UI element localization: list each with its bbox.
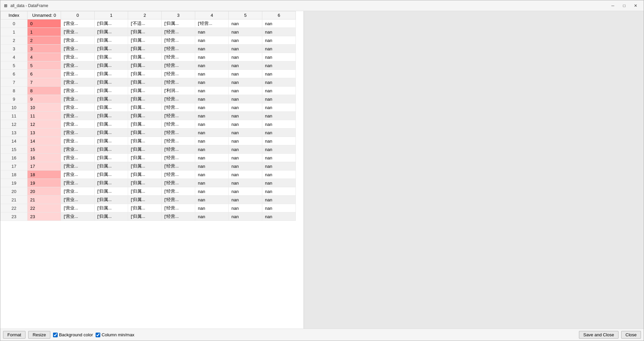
close-window-button[interactable]: ✕	[630, 1, 641, 10]
data-cell-2: ['归属...	[128, 36, 162, 45]
data-cell-5: nan	[229, 61, 262, 70]
col-header-4[interactable]: 4	[195, 11, 229, 19]
data-cell-3: ['经营...	[162, 61, 195, 70]
data-cell-5: nan	[229, 36, 262, 45]
data-cell-3: ['经营...	[162, 162, 195, 170]
maximize-button[interactable]: □	[619, 1, 630, 10]
data-cell-0: ['营业...	[61, 36, 95, 45]
data-cell-2: ['归属...	[128, 28, 162, 36]
table-row: 1313['营业...['归属...['归属...['经营...nannanna…	[1, 129, 296, 137]
index-cell: 11	[1, 112, 28, 120]
data-cell-4: nan	[195, 78, 229, 87]
table-row: 2121['营业...['归属...['归属...['经营...nannanna…	[1, 196, 296, 204]
table-row: 1818['营业...['归属...['归属...['经营...nannanna…	[1, 170, 296, 179]
unnamed-cell: 1	[28, 28, 61, 36]
data-cell-0: ['营业...	[61, 78, 95, 87]
data-cell-6: nan	[262, 129, 296, 137]
data-cell-0: ['营业...	[61, 154, 95, 162]
data-cell-1: ['归属...	[95, 154, 128, 162]
data-cell-0: ['营业...	[61, 120, 95, 129]
data-cell-2: ['归属...	[128, 170, 162, 179]
data-cell-5: nan	[229, 112, 262, 120]
unnamed-cell: 7	[28, 78, 61, 87]
table-row: 11['营业...['归属...['归属...['经营...nannannan	[1, 28, 296, 36]
bg-color-label[interactable]: Background color	[53, 332, 93, 337]
unnamed-cell: 3	[28, 45, 61, 53]
index-cell: 2	[1, 36, 28, 45]
table-row: 77['营业...['归属...['归属...['经营...nannannan	[1, 78, 296, 87]
table-panel: Index Unnamed: 0 0 1 2 3 4 5 6 00['营业...…	[0, 11, 304, 329]
table-row: 1010['营业...['归属...['归属...['经营...nannanna…	[1, 103, 296, 112]
format-button[interactable]: Format	[3, 331, 25, 339]
col-minmax-checkbox[interactable]	[96, 333, 100, 337]
table-row: 1616['营业...['归属...['归属...['经营...nannanna…	[1, 154, 296, 162]
data-cell-3: ['经营...	[162, 154, 195, 162]
data-cell-5: nan	[229, 70, 262, 78]
data-cell-1: ['归属...	[95, 95, 128, 103]
data-cell-0: ['营业...	[61, 61, 95, 70]
unnamed-cell: 15	[28, 145, 61, 154]
bg-color-checkbox[interactable]	[53, 333, 58, 337]
data-cell-2: ['归属...	[128, 112, 162, 120]
main-area: Index Unnamed: 0 0 1 2 3 4 5 6 00['营业...…	[0, 11, 644, 329]
table-row: 1414['营业...['归属...['归属...['经营...nannanna…	[1, 137, 296, 145]
data-cell-1: ['归属...	[95, 204, 128, 212]
footer: Format Resize Background color Column mi…	[0, 329, 644, 341]
unnamed-cell: 2	[28, 36, 61, 45]
col-minmax-label[interactable]: Column min/max	[96, 332, 135, 337]
index-cell: 10	[1, 103, 28, 112]
data-cell-0: ['营业...	[61, 19, 95, 28]
data-cell-5: nan	[229, 120, 262, 129]
unnamed-cell: 10	[28, 103, 61, 112]
data-cell-1: ['归属...	[95, 145, 128, 154]
save-close-button[interactable]: Save and Close	[579, 331, 619, 339]
data-cell-1: ['归属...	[95, 196, 128, 204]
table-scroll[interactable]: Index Unnamed: 0 0 1 2 3 4 5 6 00['营业...…	[0, 11, 304, 329]
data-cell-0: ['营业...	[61, 204, 95, 212]
col-header-3[interactable]: 3	[162, 11, 195, 19]
data-cell-3: ['经营...	[162, 179, 195, 187]
unnamed-cell: 17	[28, 162, 61, 170]
index-cell: 7	[1, 78, 28, 87]
col-header-6[interactable]: 6	[262, 11, 296, 19]
index-cell: 17	[1, 162, 28, 170]
data-cell-3: ['利润...	[162, 87, 195, 95]
col-header-0[interactable]: 0	[61, 11, 95, 19]
unnamed-cell: 18	[28, 170, 61, 179]
data-cell-6: nan	[262, 19, 296, 28]
data-cell-1: ['归属...	[95, 170, 128, 179]
unnamed-cell: 22	[28, 204, 61, 212]
data-cell-4: nan	[195, 112, 229, 120]
col-header-1[interactable]: 1	[95, 11, 128, 19]
data-cell-4: nan	[195, 28, 229, 36]
data-cell-5: nan	[229, 179, 262, 187]
col-header-2[interactable]: 2	[128, 11, 162, 19]
data-cell-6: nan	[262, 87, 296, 95]
index-cell: 22	[1, 204, 28, 212]
data-cell-4: nan	[195, 154, 229, 162]
data-cell-1: ['归属...	[95, 129, 128, 137]
index-cell: 20	[1, 187, 28, 196]
unnamed-cell: 13	[28, 129, 61, 137]
data-cell-4: nan	[195, 87, 229, 95]
col-header-unnamed[interactable]: Unnamed: 0	[28, 11, 61, 19]
unnamed-cell: 0	[28, 19, 61, 28]
index-cell: 12	[1, 120, 28, 129]
app-icon: ⊞	[3, 3, 8, 8]
resize-button[interactable]: Resize	[28, 331, 50, 339]
data-cell-5: nan	[229, 204, 262, 212]
data-cell-0: ['营业...	[61, 87, 95, 95]
col-header-index[interactable]: Index	[1, 11, 28, 19]
data-cell-2: ['归属...	[128, 61, 162, 70]
data-cell-6: nan	[262, 137, 296, 145]
col-header-5[interactable]: 5	[229, 11, 262, 19]
data-cell-2: ['归属...	[128, 137, 162, 145]
data-cell-0: ['营业...	[61, 95, 95, 103]
minimize-button[interactable]: ─	[607, 1, 618, 10]
data-cell-3: ['归属...	[162, 19, 195, 28]
close-button[interactable]: Close	[621, 331, 641, 339]
data-cell-4: nan	[195, 61, 229, 70]
index-cell: 0	[1, 19, 28, 28]
data-cell-3: ['经营...	[162, 137, 195, 145]
data-cell-0: ['营业...	[61, 137, 95, 145]
